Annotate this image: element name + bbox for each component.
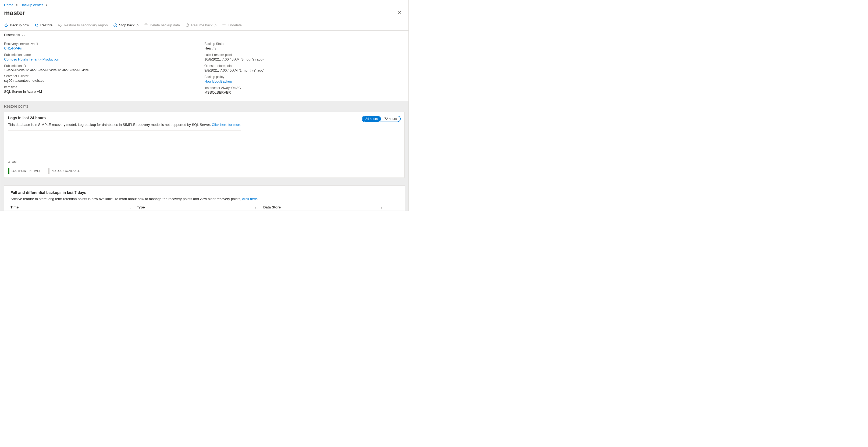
full-diff-title: Full and differential backups in last 7 … xyxy=(10,190,398,195)
logs-card: Logs in last 24 hours This database is i… xyxy=(4,112,405,178)
resume-backup-button: Resume backup xyxy=(185,23,216,27)
col-store-label: Data Store xyxy=(263,205,281,209)
logs-title: Logs in last 24 hours xyxy=(8,116,241,120)
stop-backup-icon xyxy=(113,23,118,27)
resume-backup-label: Resume backup xyxy=(191,23,216,27)
sort-time-icon[interactable]: ↓ xyxy=(130,206,132,209)
instance-value: MSSQLSERVER xyxy=(204,90,405,94)
logs-more-link[interactable]: Click here for more xyxy=(212,123,242,127)
policy-label: Backup policy xyxy=(204,75,405,79)
subscription-name-label: Subscription name xyxy=(4,53,204,57)
breadcrumb: Home > Backup center > xyxy=(0,0,408,8)
undelete-button: Undelete xyxy=(222,23,242,27)
status-value: Healthy xyxy=(204,46,405,50)
server-value: sql00.na.contosohotels.com xyxy=(4,79,204,83)
restore-secondary-icon xyxy=(58,23,62,27)
legend-pit-label: LOG (POINT IN TIME) xyxy=(11,170,40,172)
chevron-up-icon: ︿ xyxy=(22,33,25,37)
chart-time-label: 30 AM xyxy=(8,160,401,163)
logs-desc-text: This database is in SIMPLE recovery mode… xyxy=(8,123,212,127)
col-time-label: Time xyxy=(10,205,19,209)
essentials-toggle[interactable]: Essentials ︿ xyxy=(0,31,408,39)
toggle-72h[interactable]: 72 hours xyxy=(381,116,400,122)
svg-line-3 xyxy=(114,24,117,26)
item-type-value: SQL Server in Azure VM xyxy=(4,90,204,94)
backup-now-button[interactable]: Backup now xyxy=(4,23,29,27)
time-range-toggle: 24 hours 72 hours xyxy=(362,116,401,122)
full-diff-desc: Archive feature to store long term reten… xyxy=(10,197,398,201)
latest-restore-label: Latest restore point xyxy=(204,53,405,57)
more-actions-icon[interactable]: ··· xyxy=(29,10,33,15)
subscription-id-value: 123abc-123abc-123abc-123abc-123abc-123ab… xyxy=(4,68,204,71)
policy-link[interactable]: HourlyLogBackup xyxy=(204,79,405,83)
vault-link[interactable]: CH1-RV-Pri xyxy=(4,46,204,50)
table-header: Time ↓ Type ↑↓ Data Store ↑↓ xyxy=(10,204,398,211)
oldest-restore-label: Oldest restore point xyxy=(204,64,405,68)
stop-backup-button[interactable]: Stop backup xyxy=(113,23,138,27)
undelete-label: Undelete xyxy=(228,23,242,27)
server-label: Server or Cluster xyxy=(4,74,204,78)
svg-rect-4 xyxy=(145,24,147,27)
restore-points-title: Restore points xyxy=(4,104,405,109)
sort-store-icon[interactable]: ↑↓ xyxy=(379,206,382,209)
logs-chart xyxy=(8,132,401,159)
vault-label: Recovery services vault xyxy=(4,42,204,46)
restore-label: Restore xyxy=(40,23,53,27)
instance-label: Instance or AlwaysOn AG xyxy=(204,86,405,90)
full-diff-link[interactable]: click here xyxy=(242,197,257,201)
subscription-id-label: Subscription ID xyxy=(4,64,204,68)
subscription-name-link[interactable]: Contoso Hotels Tenant - Production xyxy=(4,57,204,61)
toggle-24h[interactable]: 24 hours xyxy=(362,116,381,122)
col-type-label: Type xyxy=(137,205,145,209)
delete-backup-button: Delete backup data xyxy=(144,23,180,27)
restore-secondary-button: Restore to secondary region xyxy=(58,23,107,27)
latest-restore-value: 10/8/2021, 7:00:40 AM (3 hour(s) ago) xyxy=(204,57,405,61)
breadcrumb-home[interactable]: Home xyxy=(4,3,13,7)
close-icon[interactable] xyxy=(397,9,403,17)
command-bar: Backup now Restore Restore to secondary … xyxy=(0,20,408,31)
restore-button[interactable]: Restore xyxy=(34,23,53,27)
backup-now-label: Backup now xyxy=(10,23,29,27)
breadcrumb-sep: > xyxy=(14,3,20,7)
resume-icon xyxy=(185,23,190,27)
restore-icon xyxy=(34,23,39,27)
full-diff-card: Full and differential backups in last 7 … xyxy=(4,185,405,211)
sort-type-icon[interactable]: ↑↓ xyxy=(255,206,258,209)
breadcrumb-sep: > xyxy=(44,3,49,7)
essentials-panel: Recovery services vault CH1-RV-Pri Subsc… xyxy=(0,39,408,101)
restore-secondary-label: Restore to secondary region xyxy=(64,23,107,27)
full-diff-desc-suffix: . xyxy=(257,197,258,201)
essentials-label: Essentials xyxy=(4,33,20,37)
item-type-label: Item type xyxy=(4,85,204,89)
status-label: Backup Status xyxy=(204,42,405,46)
logs-description: This database is in SIMPLE recovery mode… xyxy=(8,123,241,131)
legend-no-logs: NO LOGS AVAILABLE xyxy=(48,168,80,174)
stop-backup-label: Stop backup xyxy=(119,23,138,27)
undelete-icon xyxy=(222,23,226,27)
page-title: master xyxy=(4,9,25,17)
full-diff-desc-text: Archive feature to store long term reten… xyxy=(10,197,242,201)
breadcrumb-backup-center[interactable]: Backup center xyxy=(21,3,43,7)
oldest-restore-value: 9/8/2021, 7:00:40 AM (1 month(s) ago) xyxy=(204,68,405,72)
delete-icon xyxy=(144,23,148,27)
legend-point-in-time: LOG (POINT IN TIME) xyxy=(8,168,40,174)
delete-backup-label: Delete backup data xyxy=(150,23,180,27)
svg-rect-7 xyxy=(223,24,225,27)
legend-none-label: NO LOGS AVAILABLE xyxy=(52,170,80,172)
backup-now-icon xyxy=(4,23,8,27)
